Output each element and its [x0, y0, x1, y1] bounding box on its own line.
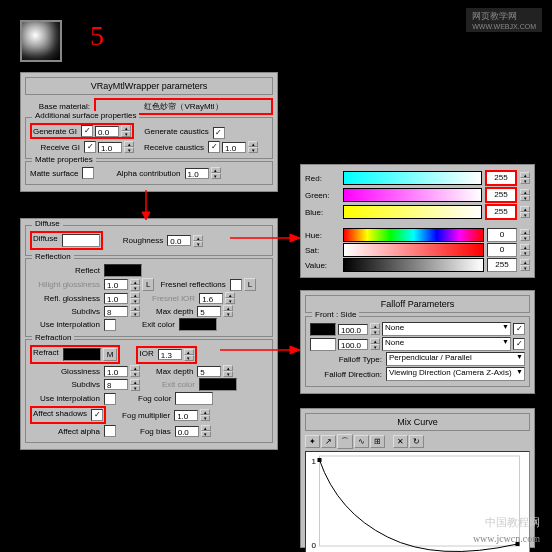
spinner[interactable]: ▴▾ [130, 379, 140, 391]
falloff-type-dropdown[interactable]: Perpendicular / Parallel [386, 352, 525, 366]
curve-tool-7[interactable]: ↻ [409, 435, 424, 448]
spinner[interactable]: ▴▾ [520, 259, 530, 271]
spinner[interactable]: ▴▾ [193, 235, 203, 247]
receive-caustics-checkbox[interactable]: ✓ [208, 141, 220, 153]
spinner[interactable]: ▴▾ [223, 365, 233, 377]
spinner[interactable]: ▴▾ [200, 409, 210, 421]
falloff-swatch-2[interactable] [310, 338, 336, 351]
curve-tool-2[interactable]: ↗ [321, 435, 336, 448]
ior-label: IOR [139, 349, 155, 361]
receive-gi-checkbox[interactable]: ✓ [84, 141, 96, 153]
spinner[interactable]: ▴▾ [520, 189, 530, 201]
l-button[interactable]: L [142, 278, 154, 291]
matte-surface-checkbox[interactable] [82, 167, 94, 179]
falloff-v2[interactable]: 100.0 [338, 339, 368, 350]
sat-slider[interactable] [343, 243, 484, 257]
fresnel-ior-value[interactable]: 1.6 [199, 293, 223, 304]
curve-tool-5[interactable]: ⊞ [370, 435, 385, 448]
refl-gloss-value[interactable]: 1.0 [104, 293, 128, 304]
spinner[interactable]: ▴▾ [520, 229, 530, 241]
curve-tool-1[interactable]: ✦ [305, 435, 320, 448]
spinner[interactable]: ▴▾ [130, 279, 140, 291]
refract-m-button[interactable]: M [103, 348, 118, 361]
curve-tool-6[interactable]: ✕ [393, 435, 408, 448]
refr-maxdepth-value[interactable]: 5 [197, 366, 221, 377]
green-value[interactable]: 255 [485, 187, 517, 203]
blue-value[interactable]: 255 [485, 204, 517, 220]
fog-bias-value[interactable]: 0.0 [175, 426, 199, 437]
fresnel-refl-checkbox[interactable] [230, 279, 242, 291]
roughness-value[interactable]: 0.0 [167, 235, 191, 246]
spinner[interactable]: ▴▾ [130, 292, 140, 304]
falloff-cb-1[interactable]: ✓ [513, 323, 525, 335]
refl-maxdepth-value[interactable]: 5 [197, 306, 221, 317]
spinner[interactable]: ▴▾ [370, 323, 380, 335]
base-material-label: Base material: [25, 102, 92, 111]
refr-subdivs-label: Subdivs [30, 380, 102, 389]
refl-exit-swatch[interactable] [179, 318, 217, 331]
receive-caustics-label: Receive caustics [144, 143, 206, 152]
fog-mult-value[interactable]: 1.0 [174, 410, 198, 421]
spinner[interactable]: ▴▾ [201, 425, 211, 437]
fresnel-l-button[interactable]: L [244, 278, 256, 291]
curve-tool-4[interactable]: ∿ [354, 435, 369, 448]
spinner[interactable]: ▴▾ [225, 292, 235, 304]
blue-slider[interactable] [343, 205, 482, 219]
hue-slider[interactable] [343, 228, 484, 242]
affect-shadows-label: Affect shadows [33, 409, 89, 421]
spinner[interactable]: ▴▾ [124, 141, 134, 153]
spinner[interactable]: ▴▾ [520, 172, 530, 184]
generate-gi-value[interactable]: 0.0 [95, 126, 119, 137]
curve-tool-3[interactable]: ⌒ [337, 434, 353, 449]
falloff-map-1[interactable]: None [382, 322, 511, 336]
spinner[interactable]: ▴▾ [121, 125, 131, 137]
step-number: 5 [90, 20, 104, 52]
fog-color-swatch[interactable] [175, 392, 213, 405]
sat-value[interactable]: 0 [487, 243, 517, 257]
ior-value[interactable]: 1.3 [158, 349, 182, 360]
falloff-dir-dropdown[interactable]: Viewing Direction (Camera Z-Axis) [386, 367, 525, 381]
hue-value[interactable]: 0 [487, 228, 517, 242]
spinner[interactable]: ▴▾ [130, 305, 140, 317]
green-slider[interactable] [343, 188, 482, 202]
falloff-map-2[interactable]: None [382, 337, 511, 351]
reflect-swatch[interactable] [104, 264, 142, 277]
refr-exit-swatch[interactable] [199, 378, 237, 391]
receive-caustics-value[interactable]: 1.0 [222, 142, 246, 153]
value-value[interactable]: 255 [487, 258, 517, 272]
hilight-gloss-value[interactable]: 1.0 [104, 279, 128, 290]
vraymtlwrapper-panel: VRayMtlWrapper parameters Base material:… [20, 72, 278, 192]
falloff-cb-2[interactable]: ✓ [513, 338, 525, 350]
falloff-v1[interactable]: 100.0 [338, 324, 368, 335]
refl-subdivs-value[interactable]: 8 [104, 306, 128, 317]
spinner[interactable]: ▴▾ [211, 167, 221, 179]
spinner[interactable]: ▴▾ [248, 141, 258, 153]
refr-interp-checkbox[interactable] [104, 393, 116, 405]
generate-caustics-checkbox[interactable]: ✓ [213, 127, 225, 139]
refr-gloss-value[interactable]: 1.0 [104, 366, 128, 377]
affect-shadows-checkbox[interactable]: ✓ [91, 409, 103, 421]
receive-gi-value[interactable]: 1.0 [98, 142, 122, 153]
spinner[interactable]: ▴▾ [370, 338, 380, 350]
red-slider[interactable] [343, 171, 482, 185]
refl-interp-label: Use interpolation [30, 320, 102, 329]
red-value[interactable]: 255 [485, 170, 517, 186]
spinner[interactable]: ▴▾ [184, 349, 194, 361]
affect-alpha-label: Affect alpha [30, 427, 102, 436]
refract-swatch[interactable] [63, 348, 101, 361]
refr-subdivs-value[interactable]: 8 [104, 379, 128, 390]
spinner[interactable]: ▴▾ [223, 305, 233, 317]
spinner[interactable]: ▴▾ [520, 244, 530, 256]
spinner[interactable]: ▴▾ [130, 365, 140, 377]
generate-gi-checkbox[interactable]: ✓ [81, 125, 93, 137]
falloff-swatch-1[interactable] [310, 323, 336, 336]
diffuse-swatch[interactable] [62, 234, 100, 247]
material-preview-sphere [20, 20, 62, 62]
spinner[interactable]: ▴▾ [520, 206, 530, 218]
value-slider[interactable] [343, 258, 484, 272]
affect-alpha-checkbox[interactable] [104, 425, 116, 437]
refl-interp-checkbox[interactable] [104, 319, 116, 331]
alpha-contribution-label: Alpha contribution [116, 169, 182, 178]
alpha-contribution-value[interactable]: 1.0 [185, 168, 209, 179]
diffuse-group-label: Diffuse [32, 219, 63, 228]
